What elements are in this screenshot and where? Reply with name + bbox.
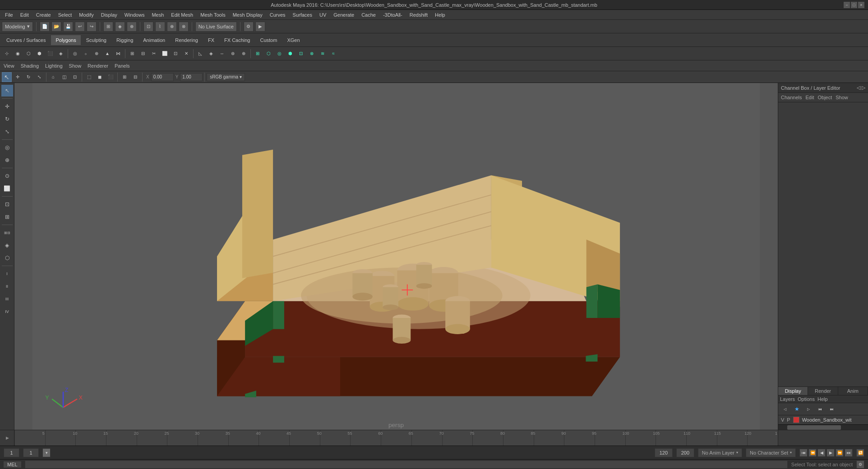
go-to-end-button[interactable]: ⏭: [845, 449, 853, 457]
window-controls[interactable]: − □ ×: [844, 2, 864, 8]
menu-item-windows[interactable]: Windows: [121, 11, 148, 18]
save-scene-button[interactable]: 💾: [63, 22, 73, 32]
select-by-hierarchy[interactable]: ⊞: [103, 22, 113, 32]
tab-fx-caching[interactable]: FX Caching: [220, 35, 254, 45]
3d-viewport[interactable]: X Y Z persp: [14, 83, 778, 430]
extrude-icon[interactable]: ▲: [102, 49, 112, 59]
scrollbar-thumb[interactable]: [787, 425, 841, 430]
tab-curves-surfaces[interactable]: Curves / Surfaces: [2, 35, 50, 45]
panels-menu[interactable]: Panels: [113, 62, 132, 69]
smooth-shade-icon[interactable]: ◼: [95, 72, 105, 82]
channel-tab-edit[interactable]: Edit: [805, 95, 814, 100]
menu-item-display[interactable]: Display: [98, 11, 120, 18]
display-poly-icon[interactable]: ⬡: [263, 49, 273, 59]
display-smooth-icon[interactable]: ⊞: [253, 49, 263, 59]
snap-point-button[interactable]: ⊕: [167, 22, 177, 32]
layer-visible-toggle[interactable]: V: [781, 417, 784, 423]
display-smooth2-icon[interactable]: ⊗: [307, 49, 317, 59]
append-icon[interactable]: ⊡: [171, 49, 180, 59]
show-manip-button[interactable]: ⊕: [1, 154, 13, 166]
open-scene-button[interactable]: 📂: [51, 22, 61, 32]
lasso-select-button[interactable]: ⊙: [1, 170, 13, 182]
quick-select-4[interactable]: IV: [1, 306, 13, 317]
quick-select-2[interactable]: II: [1, 280, 13, 292]
menu-item-help[interactable]: Help: [432, 11, 448, 18]
lighting-menu[interactable]: Lighting: [43, 62, 65, 69]
camera-button[interactable]: ◈: [1, 239, 13, 251]
command-input[interactable]: [25, 460, 788, 469]
color-space-dropdown[interactable]: sRGB gamma ▾: [207, 73, 245, 81]
layer-fast-next-button[interactable]: ⏭: [827, 404, 837, 414]
timeline-ruler[interactable]: 1510152025303540455055606570758085909510…: [14, 430, 778, 446]
no-anim-layer-dropdown[interactable]: No Anim Layer ▾: [698, 448, 742, 457]
layers-subtab-help[interactable]: Help: [817, 396, 828, 402]
layout-button[interactable]: ⬡: [1, 252, 13, 264]
mel-button[interactable]: MEL: [4, 461, 21, 468]
cut-icon[interactable]: ✂: [149, 49, 159, 59]
tab-animation[interactable]: Animation: [139, 35, 170, 45]
soft-select-button[interactable]: ◎: [1, 142, 13, 153]
frame-step-button[interactable]: ▾: [42, 448, 51, 457]
select-tool-button[interactable]: ↖: [1, 85, 13, 97]
display-tab-render[interactable]: Render: [808, 387, 838, 395]
menu-item-create[interactable]: Create: [33, 11, 54, 18]
camera-frame-icon[interactable]: ◫: [59, 72, 69, 82]
snap-surface-button[interactable]: ⊗: [179, 22, 189, 32]
crease-icon[interactable]: ≋: [318, 49, 328, 59]
menu-item-mesh-tools[interactable]: Mesh Tools: [197, 11, 228, 18]
menu-item-modify[interactable]: Modify: [76, 11, 97, 18]
panel-resize-left[interactable]: ◁: [857, 85, 860, 91]
vertex-select-icon[interactable]: ◉: [13, 49, 23, 59]
menu-item-mesh-display[interactable]: Mesh Display: [230, 11, 266, 18]
camera-points-icon[interactable]: ⊡: [70, 72, 80, 82]
quick-select-1[interactable]: I: [1, 268, 13, 280]
menu-item-edit-mesh[interactable]: Edit Mesh: [168, 11, 196, 18]
layer-playback-toggle[interactable]: P: [787, 417, 790, 423]
layer-fast-prev-button[interactable]: ⏮: [815, 404, 825, 414]
smooth-icon[interactable]: ⊛: [228, 49, 238, 59]
menu-item-uv[interactable]: UV: [316, 11, 329, 18]
layer-star-button[interactable]: ★: [792, 404, 802, 414]
bevel-icon[interactable]: ◺: [195, 49, 205, 59]
panel-resize-right[interactable]: ▷: [862, 85, 865, 91]
layer-prev-button[interactable]: ◁: [780, 404, 790, 414]
undo-button[interactable]: ↩: [75, 22, 85, 32]
display-tab-anim[interactable]: Anim: [838, 387, 868, 395]
no-live-surface[interactable]: No Live Surface: [195, 22, 237, 32]
play-forward-button[interactable]: ▶: [826, 449, 835, 457]
move-tool-button[interactable]: ✛: [1, 101, 13, 112]
display-wire-icon[interactable]: ⊡: [296, 49, 306, 59]
menu-item-edit[interactable]: Edit: [17, 11, 32, 18]
step-back-button[interactable]: ⏪: [808, 449, 817, 457]
tab-rendering[interactable]: Rendering: [171, 35, 203, 45]
mode-dropdown[interactable]: Modeling ▾: [2, 22, 33, 32]
tab-fx[interactable]: FX: [203, 35, 219, 45]
scale-tool-button[interactable]: ⤡: [1, 126, 13, 138]
delete-edge-icon[interactable]: ✕: [181, 49, 191, 59]
transform-icon[interactable]: ⊕: [92, 49, 102, 59]
snap-curve-button[interactable]: ⌇: [155, 22, 165, 32]
channel-tab-show[interactable]: Show: [836, 95, 848, 100]
current-frame-input[interactable]: [23, 448, 39, 457]
face-select-icon[interactable]: ⬢: [34, 49, 44, 59]
multi-select-icon[interactable]: ⬛: [45, 49, 55, 59]
play-back-button[interactable]: ◀: [817, 449, 826, 457]
paint-select-icon[interactable]: ⬦: [81, 49, 91, 59]
channel-tab-channels[interactable]: Channels: [781, 95, 802, 100]
fill-hole-icon[interactable]: ⬜: [160, 49, 170, 59]
range-end-input2[interactable]: [676, 448, 694, 457]
select-mode-button[interactable]: ◈: [115, 22, 125, 32]
flip-icon[interactable]: ↔: [217, 49, 227, 59]
redo-button[interactable]: ↪: [87, 22, 97, 32]
combine-icon[interactable]: ⊕: [239, 49, 249, 59]
renderer-menu[interactable]: Renderer: [86, 62, 110, 69]
loop-mode-button[interactable]: 🔁: [856, 449, 864, 457]
wire-shade-icon[interactable]: ⬛: [106, 72, 115, 82]
range-start-input[interactable]: [4, 448, 19, 457]
quick-select-3[interactable]: III: [1, 293, 13, 305]
grid-toggle-icon[interactable]: ⊞: [120, 72, 129, 82]
menu-item-file[interactable]: File: [2, 11, 16, 18]
display-subdiv-icon[interactable]: ⬢: [285, 49, 295, 59]
menu-item-generate[interactable]: Generate: [330, 11, 357, 18]
layer-next-button[interactable]: ▷: [803, 404, 813, 414]
